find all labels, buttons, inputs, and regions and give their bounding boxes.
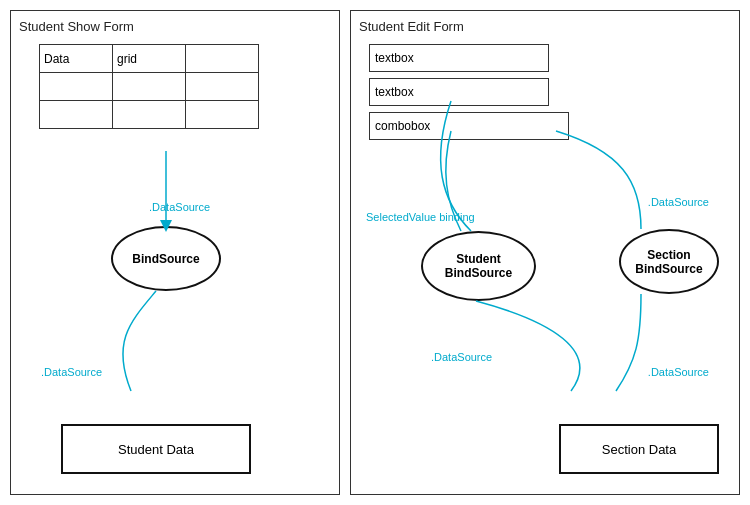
grid-row1-col2: [113, 73, 186, 101]
student-bindsource: Student BindSource: [421, 231, 536, 301]
left-datasource-top-label: .DataSource: [149, 201, 210, 213]
left-datasource-bottom-label: .DataSource: [41, 366, 102, 378]
section-data-label: Section Data: [602, 442, 676, 457]
selected-value-label: SelectedValue binding: [366, 211, 475, 223]
right-datasource-top-label: .DataSource: [648, 196, 709, 208]
left-bindsource: BindSource: [111, 226, 221, 291]
right-form-title: Student Edit Form: [359, 19, 731, 34]
grid-header-data: Data: [40, 45, 113, 73]
section-data-box: Section Data: [559, 424, 719, 474]
grid-row2-col2: [113, 101, 186, 129]
right-datasource-mid-label: .DataSource: [431, 351, 492, 363]
data-grid: Data grid: [39, 44, 259, 129]
student-bindsource-label: Student BindSource: [445, 252, 512, 280]
textbox-1[interactable]: textbox: [369, 44, 549, 72]
left-bindsource-label: BindSource: [132, 252, 199, 266]
grid-row1-col1: [40, 73, 113, 101]
input-container: textbox textbox combobox: [369, 44, 731, 140]
grid-row1-col3: [186, 73, 259, 101]
student-data-label: Student Data: [118, 442, 194, 457]
combobox-1[interactable]: combobox: [369, 112, 569, 140]
grid-row2-col3: [186, 101, 259, 129]
section-bindsource: Section BindSource: [619, 229, 719, 294]
left-form-title: Student Show Form: [19, 19, 331, 34]
textbox-2[interactable]: textbox: [369, 78, 549, 106]
right-datasource-bottom-label: .DataSource: [648, 366, 709, 378]
student-show-form: Student Show Form Data grid .DataSource: [10, 10, 340, 495]
grid-row2-col1: [40, 101, 113, 129]
grid-header-grid: grid: [113, 45, 186, 73]
section-bindsource-label: Section BindSource: [635, 248, 702, 276]
grid-header-3: [186, 45, 259, 73]
student-data-box: Student Data: [61, 424, 251, 474]
main-container: Student Show Form Data grid .DataSource: [0, 0, 750, 505]
student-edit-form: Student Edit Form textbox textbox combob…: [350, 10, 740, 495]
